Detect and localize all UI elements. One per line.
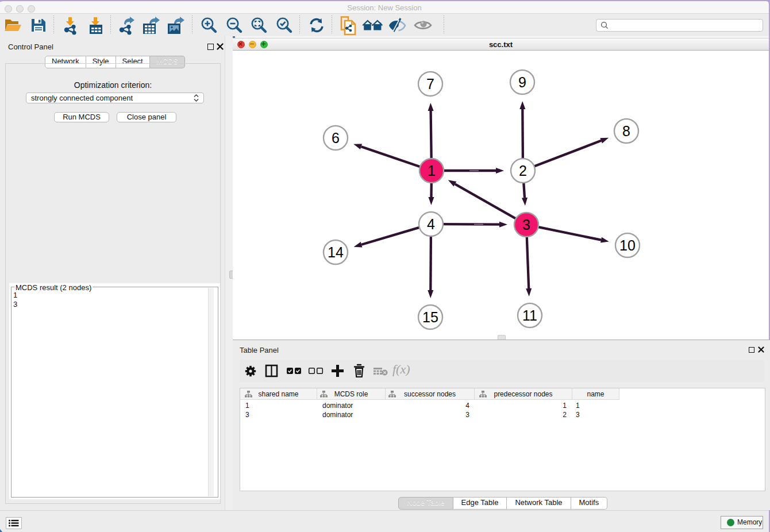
svg-text:7: 7 bbox=[426, 76, 434, 92]
svg-text:4: 4 bbox=[427, 216, 435, 232]
svg-text:6: 6 bbox=[332, 130, 340, 146]
svg-text:2: 2 bbox=[519, 163, 527, 179]
svg-text:14: 14 bbox=[328, 244, 344, 260]
svg-text:10: 10 bbox=[619, 237, 636, 253]
svg-text:3: 3 bbox=[522, 217, 530, 233]
svg-text:15: 15 bbox=[422, 309, 438, 325]
svg-text:11: 11 bbox=[522, 307, 537, 323]
svg-text:9: 9 bbox=[518, 74, 526, 90]
svg-text:8: 8 bbox=[622, 123, 630, 139]
svg-text:1: 1 bbox=[428, 163, 436, 179]
